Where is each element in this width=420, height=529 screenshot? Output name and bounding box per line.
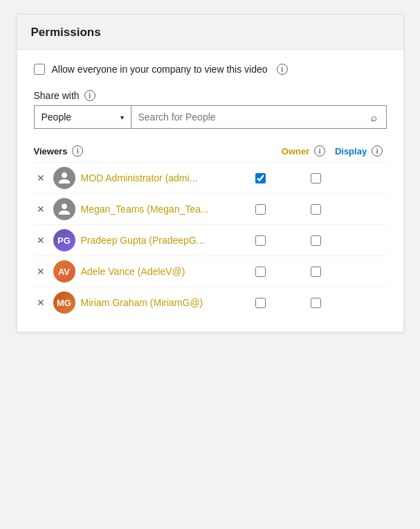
remove-button[interactable]: ✕ <box>34 266 48 277</box>
display-checkbox[interactable] <box>311 267 321 277</box>
share-with-label: Share with i <box>34 90 387 101</box>
person-icon <box>57 171 71 185</box>
owner-header: Owner i <box>276 145 331 156</box>
panel-title: Permissions <box>31 26 101 39</box>
owner-cell <box>233 267 289 277</box>
owner-cell <box>233 235 289 246</box>
owner-checkbox[interactable] <box>255 235 266 246</box>
display-cell <box>289 298 344 308</box>
viewers-header: Viewers i Owner i Display i <box>34 141 387 162</box>
owner-cell <box>233 298 289 308</box>
allow-everyone-label[interactable]: Allow everyone in your company to view t… <box>52 64 268 75</box>
owner-checkbox[interactable] <box>255 204 266 215</box>
display-checkbox[interactable] <box>311 235 321 246</box>
remove-button[interactable]: ✕ <box>34 172 48 183</box>
remove-button[interactable]: ✕ <box>34 235 48 246</box>
display-cell <box>289 204 344 215</box>
permissions-panel: Permissions Allow everyone in your compa… <box>17 14 404 332</box>
owner-cell <box>233 173 289 183</box>
viewers-info-icon[interactable]: i <box>72 145 83 156</box>
avatar: MG <box>53 292 75 314</box>
owner-checkbox[interactable] <box>255 267 266 277</box>
display-header: Display i <box>331 145 387 156</box>
search-button[interactable]: ⌕ <box>363 106 386 128</box>
viewer-row: ✕ AV Adele Vance (AdeleV@) <box>34 255 387 287</box>
display-cell <box>289 173 344 183</box>
display-checkbox[interactable] <box>311 204 321 215</box>
remove-button[interactable]: ✕ <box>34 297 48 308</box>
share-with-dropdown[interactable]: People ▾ <box>35 106 131 128</box>
viewer-name: Pradeep Gupta (PradeepG... <box>81 235 233 246</box>
share-with-row: Share with i People ▾ ⌕ <box>34 90 387 129</box>
display-cell <box>289 235 344 246</box>
avatar-initials: PG <box>57 235 71 246</box>
avatar-initials: MG <box>57 298 71 308</box>
owner-checkbox[interactable] <box>255 173 266 183</box>
avatar <box>53 167 75 189</box>
viewer-row: ✕ MG Miriam Graham (MiriamG@) <box>34 287 387 318</box>
search-icon: ⌕ <box>371 111 377 123</box>
dropdown-label: People <box>42 111 72 123</box>
owner-cell <box>233 204 289 215</box>
panel-header: Permissions <box>17 15 403 50</box>
viewer-name: Megan_Teams (Megan_Tea... <box>81 204 233 215</box>
remove-button[interactable]: ✕ <box>34 204 48 215</box>
share-with-info-icon[interactable]: i <box>84 90 95 101</box>
chevron-down-icon: ▾ <box>120 114 124 121</box>
display-checkbox[interactable] <box>311 173 321 183</box>
allow-everyone-checkbox[interactable] <box>34 64 45 75</box>
search-row: People ▾ ⌕ <box>34 105 387 129</box>
avatar-initials: AV <box>58 267 70 277</box>
display-info-icon[interactable]: i <box>372 145 383 156</box>
owner-checkbox[interactable] <box>255 298 266 308</box>
owner-info-icon[interactable]: i <box>314 145 325 156</box>
display-checkbox[interactable] <box>311 298 321 308</box>
person-icon <box>57 202 71 216</box>
allow-everyone-info-icon[interactable]: i <box>277 64 288 75</box>
viewer-row: ✕ Megan_Teams (Megan_Tea... <box>34 193 387 224</box>
viewer-name: Adele Vance (AdeleV@) <box>81 266 233 277</box>
viewers-header-label: Viewers i <box>34 145 276 156</box>
allow-everyone-row: Allow everyone in your company to view t… <box>34 64 387 75</box>
viewer-name: Miriam Graham (MiriamG@) <box>81 297 233 308</box>
viewer-row: ✕ PG Pradeep Gupta (PradeepG... <box>34 224 387 255</box>
viewer-row: ✕ MOD Administrator (admi... <box>34 162 387 193</box>
search-input-wrap <box>131 106 363 128</box>
avatar: AV <box>53 260 75 283</box>
display-cell <box>289 267 344 277</box>
viewer-name: MOD Administrator (admi... <box>81 172 233 183</box>
panel-body: Allow everyone in your company to view t… <box>17 50 403 332</box>
avatar: PG <box>53 229 75 251</box>
search-input[interactable] <box>138 111 356 123</box>
avatar <box>53 198 75 220</box>
